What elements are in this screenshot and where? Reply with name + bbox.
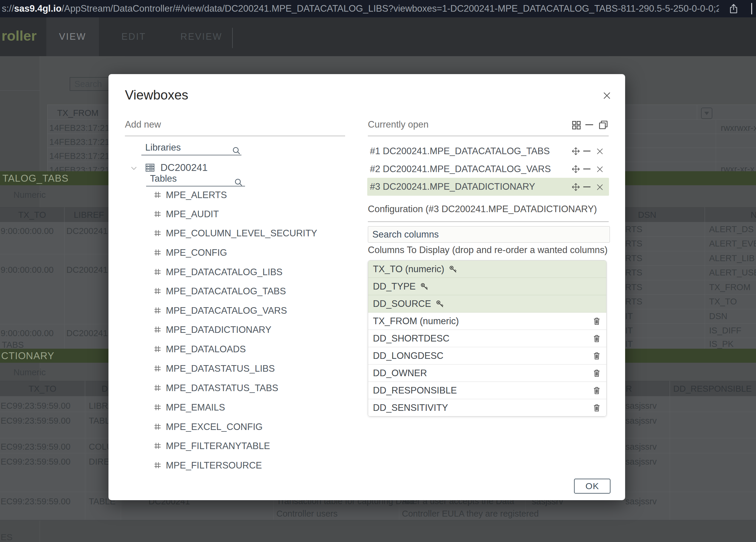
address-bar[interactable]: s://sas9.4gl.io/AppStream/DataController… xyxy=(2,3,719,14)
vb1-cell: RTS xyxy=(625,253,642,264)
viewbox-item-label[interactable]: #2 DC200241.MPE_DATACATALOG_VARS xyxy=(370,163,551,175)
table-item[interactable]: MPE_DATADICTIONARY xyxy=(166,324,271,336)
table-icon xyxy=(153,345,162,353)
text-caret xyxy=(751,3,752,14)
table-item[interactable]: MPE_ALERTS xyxy=(166,189,227,201)
vb1-right-border xyxy=(625,280,756,280)
table-icon xyxy=(153,287,162,296)
minimize-icon[interactable] xyxy=(583,169,590,169)
vb1-right-border xyxy=(625,265,756,266)
column-row[interactable]: DD_SHORTDESC xyxy=(368,330,606,347)
table-item[interactable]: MPE_DATACATALOG_LIBS xyxy=(166,267,282,278)
key-icon xyxy=(435,299,444,308)
grid-layout-icon[interactable] xyxy=(571,120,582,131)
table-item[interactable]: MPE_EMAILS xyxy=(166,402,225,413)
tab-review[interactable]: REVIEW xyxy=(175,17,228,56)
vb1-cell: IT xyxy=(625,311,633,321)
url-prefix: s:// xyxy=(2,3,14,14)
viewbox3-title: CTIONARY xyxy=(0,350,54,361)
viewboxes-dialog: Viewboxes Add new DC200241 MPE_ALERTS MP… xyxy=(108,74,625,500)
trash-icon[interactable] xyxy=(592,334,602,343)
vb1-header-libref[interactable]: LIBREF xyxy=(64,209,114,220)
minimize-icon[interactable] xyxy=(583,186,590,187)
table-item[interactable]: MPE_DATASTATUS_LIBS xyxy=(166,363,275,374)
column-row-locked[interactable]: TX_TO (numeric) xyxy=(368,261,606,278)
table-item[interactable]: MPE_FILTERANYTABLE xyxy=(166,440,270,452)
ok-button[interactable]: OK xyxy=(574,479,610,494)
libs-col-header-tx-from[interactable]: TX_FROM xyxy=(47,108,108,118)
minimize-all-icon[interactable] xyxy=(585,124,593,125)
close-icon[interactable] xyxy=(602,91,612,100)
tables-search-icon[interactable] xyxy=(234,177,243,187)
table-item[interactable]: MPE_DATACATALOG_TABS xyxy=(166,286,286,297)
move-icon[interactable] xyxy=(571,183,580,192)
cascade-icon[interactable] xyxy=(598,120,609,130)
close-viewbox-icon[interactable] xyxy=(596,183,604,191)
vb3-header-tx-to[interactable]: TX_TO xyxy=(0,383,85,394)
trash-icon[interactable] xyxy=(592,403,602,413)
trash-icon[interactable] xyxy=(592,316,602,326)
vb1-right-border xyxy=(625,338,756,338)
vb1-right-border xyxy=(625,323,756,324)
vb1-cell: 9:00:00:00.00 xyxy=(1,226,53,236)
key-icon xyxy=(420,282,429,291)
tab-view[interactable]: VIEW xyxy=(46,17,99,56)
close-viewbox-icon[interactable] xyxy=(596,147,604,155)
libraries-search-icon[interactable] xyxy=(232,146,241,155)
vb1-header-tx-to[interactable]: TX_TO xyxy=(0,209,64,220)
vb3-cell: EC99:23:59:59.00 xyxy=(1,496,71,507)
libs-vline-2 xyxy=(716,120,716,171)
trash-icon[interactable] xyxy=(592,351,602,361)
add-new-divider xyxy=(125,136,345,136)
table-item[interactable]: MPE_DATALOADS xyxy=(166,344,246,355)
column-row[interactable]: DD_SENSITIVITY xyxy=(368,399,606,416)
vb3-cell: sasjssrv xyxy=(625,415,657,426)
table-icon xyxy=(153,306,162,315)
libraries-search-input[interactable] xyxy=(141,142,241,155)
column-row[interactable]: DD_RESPONSIBLE xyxy=(368,382,606,399)
table-item[interactable]: MPE_CONFIG xyxy=(166,247,227,258)
tab-edit[interactable]: EDIT xyxy=(111,17,157,56)
app-logo: roller xyxy=(1,27,37,44)
table-item[interactable]: MPE_DATASTATUS_TABS xyxy=(166,382,278,394)
vb3-header-dd-type[interactable]: D xyxy=(102,383,108,394)
move-icon[interactable] xyxy=(571,147,580,156)
column-label: DD_SOURCE xyxy=(373,298,431,309)
filter-icon[interactable] xyxy=(701,108,712,119)
vb3-vline xyxy=(670,381,670,520)
table-item[interactable]: MPE_EXCEL_CONFIG xyxy=(166,421,263,433)
table-icon xyxy=(153,403,162,412)
table-icon xyxy=(153,383,162,392)
column-row[interactable]: TX_FROM (numeric) xyxy=(368,313,606,330)
column-row-locked[interactable]: DD_TYPE xyxy=(368,278,606,295)
viewbox-item-label[interactable]: #1 DC200241.MPE_DATACATALOG_TABS xyxy=(370,146,550,157)
vb3-header-dd-responsible[interactable]: DD_RESPONSIBLE xyxy=(673,383,752,394)
table-item[interactable]: MPE_COLUMN_LEVEL_SECURITY xyxy=(166,228,317,239)
chevron-down-icon[interactable] xyxy=(130,164,138,172)
search-columns-input[interactable] xyxy=(368,226,610,243)
vb1-cell: IT xyxy=(625,325,633,336)
table-item[interactable]: MPE_DATACATALOG_VARS xyxy=(166,305,287,316)
vb1-header-dsn[interactable]: DSN xyxy=(638,209,656,220)
viewbox-item-label[interactable]: #3 DC200241.MPE_DATADICTIONARY xyxy=(370,181,535,192)
vb1-header-n[interactable]: N xyxy=(751,209,756,220)
column-label: DD_RESPONSIBLE xyxy=(373,385,457,396)
table-icon xyxy=(153,422,162,431)
trash-icon[interactable] xyxy=(592,386,602,395)
dialog-title: Viewboxes xyxy=(125,87,188,103)
table-item[interactable]: MPE_AUDIT xyxy=(166,209,219,220)
table-item[interactable]: MPE_FILTERSOURCE xyxy=(166,460,262,471)
vb1-right-border xyxy=(625,309,756,309)
share-icon[interactable] xyxy=(728,3,739,14)
move-icon[interactable] xyxy=(571,165,580,174)
column-row[interactable]: DD_LONGDESC xyxy=(368,347,606,365)
tables-search-input[interactable] xyxy=(146,173,245,186)
column-row[interactable]: DD_OWNER xyxy=(368,365,606,382)
minimize-icon[interactable] xyxy=(583,151,590,151)
url-path: /AppStream/DataController/#/view/data/DC… xyxy=(62,3,719,14)
close-viewbox-icon[interactable] xyxy=(596,165,604,173)
column-row-locked[interactable]: DD_SOURCE xyxy=(368,295,606,313)
vb1-cell: IS_PK xyxy=(709,339,734,349)
trash-icon[interactable] xyxy=(592,368,602,378)
vb3-header-dd-owner[interactable]: R xyxy=(626,383,632,394)
